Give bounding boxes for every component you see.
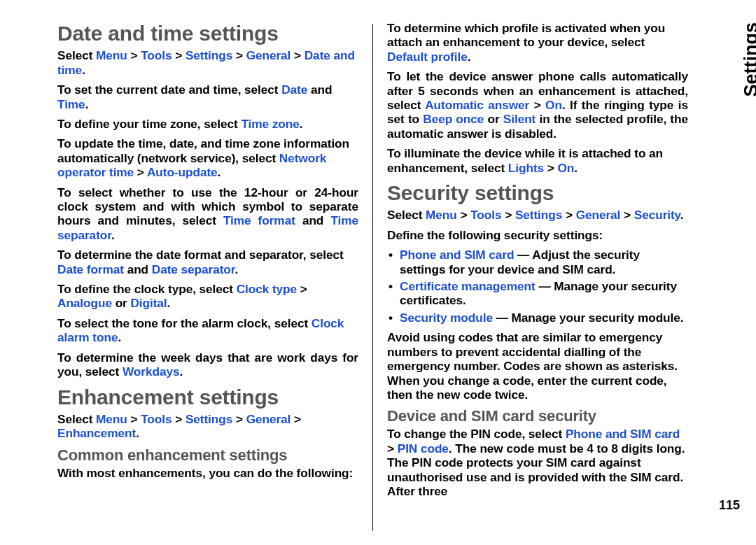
page: Date and time settings Select Menu > Too… [0,0,756,545]
paragraph: To define the clock type, select Clock t… [57,282,358,311]
right-column: To determine which profile is activated … [373,21,688,532]
heading-enhancement: Enhancement settings [57,385,358,409]
side-tab-label: Settings [741,22,756,97]
subheading-device-sim: Device and SIM card security [387,407,688,425]
paragraph: To select whether to use the 12-hour or … [57,185,358,243]
page-number: 115 [719,498,740,513]
paragraph: To let the device answer phone calls aut… [387,69,688,141]
list-item: Phone and SIM card — Adjust the security… [387,248,688,276]
paragraph: To illuminate the device while it is att… [387,146,688,175]
list-item: Certificate management — Manage your sec… [387,279,688,308]
paragraph: To set the current date and time, select… [57,83,358,111]
paragraph: Select Menu > Tools > Settings > General… [387,208,688,222]
paragraph: To define your time zone, select Time zo… [57,117,358,131]
paragraph: To select the tone for the alarm clock, … [57,316,358,345]
security-list: Phone and SIM card — Adjust the security… [387,248,688,325]
paragraph: With most enhancements, you can do the f… [57,466,358,480]
heading-date-time: Date and time settings [57,21,358,45]
heading-security: Security settings [387,181,688,205]
paragraph: Select Menu > Tools > Settings > General… [57,48,358,77]
list-item: Security module — Manage your security m… [387,311,688,325]
subheading-common-enhancement: Common enhancement settings [57,446,358,465]
paragraph: To determine the week days that are work… [57,351,358,379]
paragraph: To determine which profile is activated … [387,21,688,64]
paragraph: Select Menu > Tools > Settings > General… [57,412,358,441]
paragraph: To determine the date format and separat… [57,248,358,276]
left-column: Date and time settings Select Menu > Too… [57,21,372,532]
paragraph: Define the following security settings: [387,228,688,242]
paragraph: Avoid using codes that are similar to em… [387,330,688,402]
paragraph: To change the PIN code, select Phone and… [387,427,688,498]
paragraph: To update the time, date, and time zone … [57,136,358,179]
